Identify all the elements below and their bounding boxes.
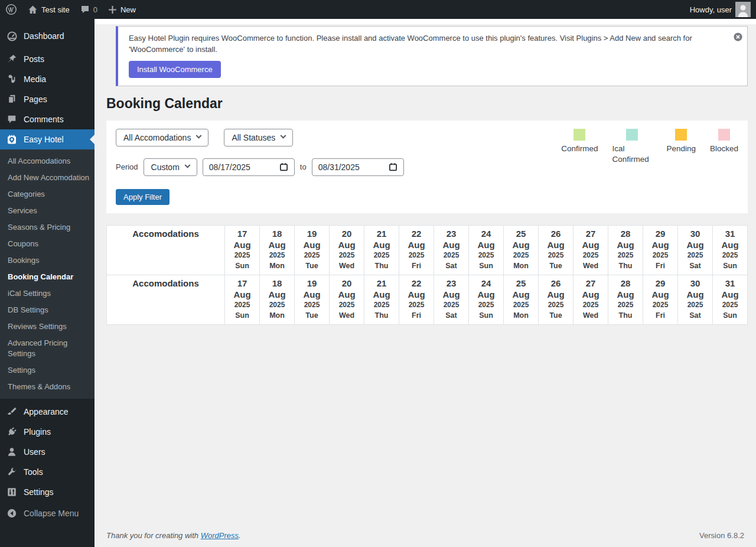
submenu-item-booking-calendar[interactable]: Booking Calendar <box>0 269 94 285</box>
date-from-input[interactable]: 08/17/2025 <box>203 158 295 176</box>
sidebar-item-dashboard[interactable]: Dashboard <box>0 26 94 46</box>
calendar-day-month: Aug <box>295 289 329 300</box>
calendar-day-month: Aug <box>713 239 747 250</box>
calendar-day-year: 2025 <box>225 250 259 261</box>
comments-menu[interactable]: 0 <box>75 0 103 19</box>
calendar-day-month: Aug <box>364 289 399 300</box>
calendar-day-month: Aug <box>260 289 294 300</box>
chevron-down-icon <box>281 133 286 139</box>
collapse-menu-button[interactable]: Collapse Menu <box>0 503 94 523</box>
legend-item-blocked: Blocked <box>710 129 738 165</box>
calendar-day-number: 21 <box>364 228 399 239</box>
submenu-item-settings[interactable]: Settings <box>0 362 94 379</box>
sidebar-item-plugins[interactable]: Plugins <box>0 422 94 442</box>
sidebar-item-pages[interactable]: Pages <box>0 89 94 109</box>
calendar-day-number: 29 <box>643 228 677 239</box>
sidebar-item-label: Comments <box>24 115 64 124</box>
submenu-item-services[interactable]: Services <box>0 203 94 219</box>
sidebar-item-settings[interactable]: Settings <box>0 482 94 502</box>
sidebar-item-label: Users <box>24 447 45 457</box>
install-woocommerce-button[interactable]: Install WooCommerce <box>129 61 221 78</box>
sidebar: Dashboard Posts Media Pages Comments <box>0 19 94 547</box>
calendar-day-number: 25 <box>504 278 538 289</box>
comment-bubble-icon <box>80 5 90 14</box>
blocked-swatch <box>718 129 730 141</box>
calendar-day-cell: 28Aug2025Thu <box>608 225 643 275</box>
plus-icon <box>108 5 117 14</box>
calendar-day-weekday: Fri <box>643 261 677 272</box>
status-select[interactable]: All Statuses <box>224 129 293 146</box>
legend-label: Blocked <box>710 144 738 154</box>
calendar-day-month: Aug <box>469 239 503 250</box>
sidebar-item-users[interactable]: Users <box>0 442 94 462</box>
calendar-day-number: 20 <box>330 278 364 289</box>
calendar-day-cell: 26Aug2025Tue <box>539 275 573 324</box>
sidebar-item-media[interactable]: Media <box>0 69 94 89</box>
calendar-day-year: 2025 <box>434 300 468 310</box>
calendar-day-number: 18 <box>260 278 294 289</box>
calendar-day-year: 2025 <box>713 300 747 310</box>
submenu-item-seasons-pricing[interactable]: Seasons & Pricing <box>0 219 94 236</box>
top-white-strip <box>94 19 756 24</box>
calendar-day-cell: 29Aug2025Fri <box>643 275 678 324</box>
calendar-day-month: Aug <box>643 239 677 250</box>
sidebar-item-appearance[interactable]: Appearance <box>0 402 94 422</box>
sidebar-item-posts[interactable]: Posts <box>0 49 94 69</box>
calendar-day-number: 17 <box>225 228 259 239</box>
calendar-day-weekday: Sun <box>469 310 503 321</box>
confirmed-swatch <box>573 129 585 141</box>
calendar-day-number: 23 <box>434 228 468 239</box>
calendar-row: Accomodations 17Aug2025Sun18Aug2025Mon19… <box>107 275 748 324</box>
submenu-item-bookings[interactable]: Bookings <box>0 252 94 269</box>
submenu-item-ical-settings[interactable]: iCal Settings <box>0 285 94 302</box>
calendar-day-month: Aug <box>573 239 608 250</box>
calendar-day-weekday: Sun <box>713 261 747 272</box>
submenu-item-db-settings[interactable]: DB Settings <box>0 302 94 318</box>
dashboard-icon <box>6 30 18 42</box>
calendar-day-weekday: Wed <box>330 310 364 321</box>
submenu-item-themes-addons[interactable]: Themes & Addons <box>0 379 94 395</box>
calendar-day-year: 2025 <box>295 250 329 261</box>
calendar-day-month: Aug <box>678 289 712 300</box>
footer-thanks-suffix: . <box>239 531 241 540</box>
sidebar-item-easy-hotel[interactable]: Easy Hotel <box>0 129 94 149</box>
calendar-day-year: 2025 <box>225 300 259 310</box>
calendar-day-cell: 21Aug2025Thu <box>364 275 399 324</box>
calendar-day-weekday: Tue <box>539 261 573 272</box>
wordpress-link[interactable]: WordPress <box>201 531 239 540</box>
date-to-input[interactable]: 08/31/2025 <box>312 158 404 176</box>
submenu-item-categories[interactable]: Categories <box>0 186 94 203</box>
period-select[interactable]: Custom <box>144 158 197 176</box>
sidebar-item-tools[interactable]: Tools <box>0 462 94 482</box>
accommodation-select[interactable]: All Accomodations <box>116 129 208 146</box>
calendar-day-cell: 19Aug2025Tue <box>295 275 330 324</box>
wordpress-logo[interactable] <box>0 0 22 19</box>
comments-count: 0 <box>93 5 97 14</box>
calendar-day-weekday: Fri <box>399 261 434 272</box>
new-menu[interactable]: New <box>103 0 141 19</box>
calendar-day-year: 2025 <box>643 300 677 310</box>
calendar-day-number: 21 <box>364 278 399 289</box>
calendar-day-year: 2025 <box>469 250 503 261</box>
home-icon <box>28 5 38 15</box>
submenu-item-all-accomodations[interactable]: All Accomodations <box>0 153 94 170</box>
site-menu[interactable]: Test site <box>22 0 75 19</box>
apply-filter-button[interactable]: Apply Filter <box>116 189 170 205</box>
submenu-item-coupons[interactable]: Coupons <box>0 236 94 252</box>
calendar-day-month: Aug <box>330 289 364 300</box>
account-menu[interactable]: Howdy, user <box>685 0 756 19</box>
submenu-item-reviews-settings[interactable]: Reviews Settings <box>0 318 94 335</box>
admin-bar: Test site 0 New Howdy, user <box>0 0 756 19</box>
ical-confirmed-swatch <box>626 129 638 141</box>
calendar-day-cell: 17Aug2025Sun <box>225 225 260 275</box>
calendar-day-cell: 31Aug2025Sun <box>713 275 748 324</box>
date-to-value: 08/31/2025 <box>318 162 360 172</box>
submenu-item-advanced-pricing-settings[interactable]: Advanced Pricing Settings <box>0 335 94 362</box>
calendar-day-weekday: Wed <box>573 310 608 321</box>
calendar-day-month: Aug <box>260 239 294 250</box>
submenu-item-add-new-accomodation[interactable]: Add New Accomodation <box>0 170 94 186</box>
calendar-day-month: Aug <box>504 239 538 250</box>
sidebar-item-comments[interactable]: Comments <box>0 109 94 129</box>
dismiss-notice-icon[interactable] <box>734 32 742 41</box>
calendar-day-year: 2025 <box>678 250 712 261</box>
